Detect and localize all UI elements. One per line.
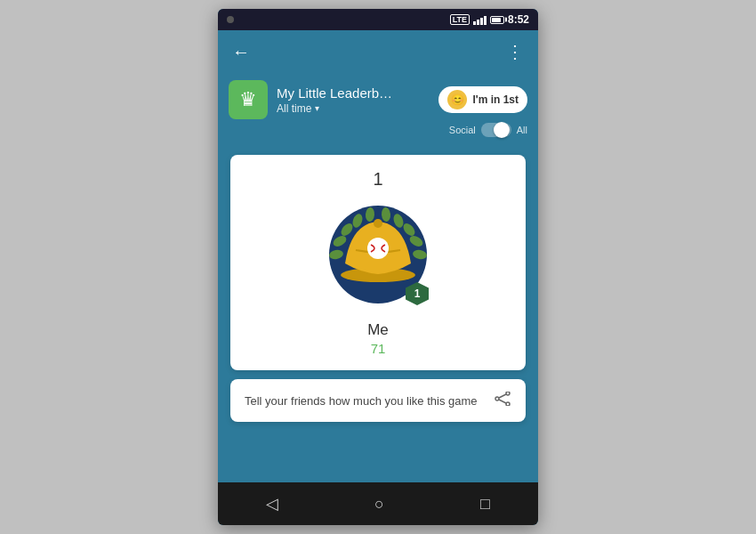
player-score: 71 (371, 341, 386, 356)
player-name: Me (367, 321, 389, 339)
rank-number: 1 (373, 169, 382, 190)
signal-icon (473, 14, 487, 25)
main-content: 1 (218, 146, 538, 482)
svg-line-18 (499, 400, 506, 403)
battery-icon (490, 16, 504, 24)
app-title: My Little Leaderb… (277, 85, 414, 101)
share-icon (494, 392, 511, 409)
status-right: LTE 8:52 (450, 13, 529, 26)
toggle-social-label: Social (449, 125, 476, 135)
status-left (227, 16, 234, 23)
nav-bar: ← ⋮ (218, 30, 538, 73)
svg-point-14 (506, 392, 510, 395)
phone-frame: LTE 8:52 ← ⋮ ♛ My Little Leaderb… (218, 9, 538, 525)
status-bar: LTE 8:52 (218, 9, 538, 30)
svg-line-17 (499, 394, 506, 398)
rank-avatar: 😊 (447, 90, 467, 109)
back-nav-button[interactable]: ◁ (248, 487, 296, 521)
time-filter-label: All time (277, 102, 311, 115)
rank-badge: 😊 I'm in 1st (438, 86, 527, 113)
time-filter[interactable]: All time ▾ (277, 102, 430, 115)
app-title-area: My Little Leaderb… All time ▾ (277, 85, 430, 115)
app-info-row: ♛ My Little Leaderb… All time ▾ 😊 I'm in… (229, 80, 527, 119)
camera-dot (227, 16, 234, 23)
trophy-area: 1 (320, 197, 436, 312)
recents-nav-button[interactable]: □ (462, 488, 508, 521)
toggle-thumb (494, 122, 510, 138)
svg-point-13 (367, 238, 389, 259)
app-icon: ♛ (229, 80, 268, 119)
status-time: 8:52 (508, 13, 529, 26)
lte-icon: LTE (450, 14, 470, 25)
svg-point-15 (506, 402, 510, 406)
back-button[interactable]: ← (229, 38, 253, 66)
toggle-row: Social All (229, 123, 527, 137)
leaderboard-card: 1 (230, 155, 526, 370)
app-header: ♛ My Little Leaderb… All time ▾ 😊 I'm in… (218, 73, 538, 146)
bottom-nav: ◁ ○ □ (218, 482, 538, 525)
toggle-all-label: All (517, 125, 527, 135)
social-all-toggle[interactable] (481, 123, 511, 137)
share-card[interactable]: Tell your friends how much you like this… (230, 379, 526, 422)
svg-point-16 (495, 397, 499, 400)
rank-text: I'm in 1st (472, 93, 519, 106)
svg-point-12 (374, 219, 382, 228)
crown-icon: ♛ (239, 88, 257, 111)
more-button[interactable]: ⋮ (503, 37, 527, 66)
home-nav-button[interactable]: ○ (357, 488, 402, 521)
dropdown-arrow-icon: ▾ (315, 103, 319, 113)
share-text: Tell your friends how much you like this… (245, 394, 478, 408)
